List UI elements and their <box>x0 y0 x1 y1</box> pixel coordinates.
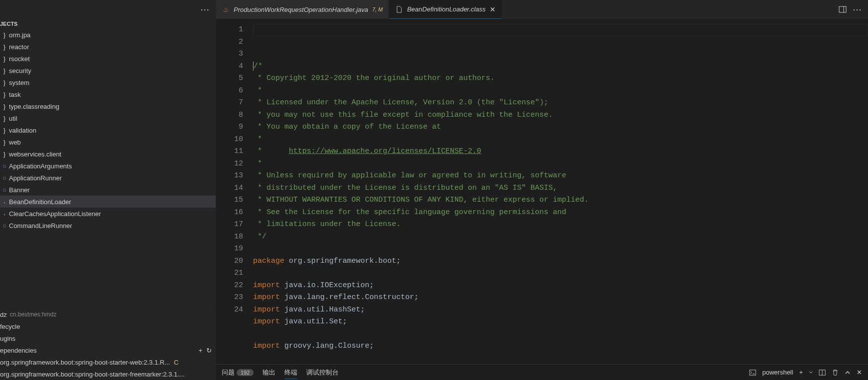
panel-debug-console[interactable]: 调试控制台 <box>306 368 339 377</box>
terminal-dropdown-icon[interactable] <box>809 371 813 375</box>
file-icon <box>395 5 403 13</box>
dependency-item[interactable]: org.springframework.boot:spring-boot-sta… <box>0 356 216 368</box>
code-line-11[interactable]: * distributed under the License is distr… <box>253 182 868 195</box>
lower-panel: dzcn.bestmes:hmdzfecycleuginsependencies… <box>0 308 216 380</box>
status-bar: 问题192 输出 终端 调试控制台 powershell + ✕ <box>216 364 868 380</box>
code-area[interactable]: /* * Copyright 2012-2020 the original au… <box>253 19 868 364</box>
tree-item-label: system <box>9 79 29 86</box>
code-line-3[interactable]: * <box>253 85 868 97</box>
code-editor[interactable]: 123456789101112131415161718192021222324 … <box>216 19 868 364</box>
sidebar-header: ⋯ <box>0 0 216 19</box>
tree-item-label: ApplicationArguments <box>9 162 72 170</box>
code-line-13[interactable]: * See the License for the specific langu… <box>253 207 868 219</box>
lower-item[interactable]: ugins <box>0 332 216 344</box>
tab-badge: 7, M <box>372 6 383 12</box>
split-terminal-icon[interactable] <box>819 369 826 376</box>
tree-item-label: BeanDefinitionLoader <box>9 198 71 206</box>
code-line-16[interactable] <box>253 243 868 255</box>
tree-item-label: webservices.client <box>9 151 62 158</box>
refresh-icon[interactable]: ↻ <box>206 347 212 354</box>
close-panel-icon[interactable]: ✕ <box>857 369 862 376</box>
lower-item[interactable]: dzcn.bestmes:hmdz <box>0 308 216 320</box>
tab-bar: ♨ProductionWorkRequestOperationHandler.j… <box>216 0 868 19</box>
tree-item-type-classreading[interactable]: }type.classreading <box>0 100 216 112</box>
add-icon[interactable]: + <box>198 347 202 354</box>
current-line-highlight <box>253 24 868 36</box>
tree-item-validation[interactable]: }validation <box>0 124 216 136</box>
tree-item-ApplicationRunner[interactable]: ○ApplicationRunner <box>0 172 216 184</box>
tree-item-Banner[interactable]: ○Banner <box>0 184 216 196</box>
panel-output[interactable]: 输出 <box>262 368 275 377</box>
tree-item-task[interactable]: }task <box>0 88 216 100</box>
tab-BeanDefinitionLoader.class[interactable]: BeanDefinitionLoader.class✕ <box>389 0 502 19</box>
code-line-4[interactable]: * Licensed under the Apache License, Ver… <box>253 97 868 109</box>
tree-item-security[interactable]: }security <box>0 65 216 76</box>
tree-item-reactor[interactable]: }reactor <box>0 41 216 53</box>
code-line-12[interactable]: * WITHOUT WARRANTIES OR CONDITIONS OF AN… <box>253 194 868 207</box>
tree-item-ClearCachesApplicationListener[interactable]: ⬪ClearCachesApplicationListener <box>0 208 216 220</box>
code-line-23[interactable] <box>253 328 868 341</box>
tree-item-system[interactable]: }system <box>0 76 216 88</box>
code-line-5[interactable]: * you may not use this file except in co… <box>253 109 868 122</box>
tree-item-label: task <box>9 91 21 98</box>
tree-item-util[interactable]: }util <box>0 112 216 124</box>
tree-item-label: rsocket <box>9 55 30 63</box>
panel-terminal[interactable]: 终端 <box>284 368 297 379</box>
code-line-19[interactable]: import java.io.IOException; <box>253 280 868 292</box>
code-line-20[interactable]: import java.lang.reflect.Constructor; <box>253 292 868 304</box>
tree-item-label: Banner <box>9 186 30 194</box>
tree-item-label: security <box>9 67 31 75</box>
new-terminal-icon[interactable]: + <box>799 369 803 376</box>
tab-ProductionWorkRequestOperationHandler.java[interactable]: ♨ProductionWorkRequestOperationHandler.j… <box>216 0 389 19</box>
code-line-2[interactable]: * Copyright 2012-2020 the original autho… <box>253 73 868 85</box>
more-icon[interactable]: ⋯ <box>200 4 210 15</box>
code-line-17[interactable]: package org.springframework.boot; <box>253 255 868 268</box>
java-icon: ♨ <box>222 5 230 13</box>
tree-item-label: web <box>9 139 21 146</box>
tree-item-label: type.classreading <box>9 103 59 110</box>
panel-problems[interactable]: 问题192 <box>222 368 254 377</box>
tree-item-label: util <box>9 115 17 122</box>
code-line-8[interactable]: * https://www.apache.org/licenses/LICENS… <box>253 146 868 158</box>
dependencies-header[interactable]: ependencies+↻ <box>0 344 216 356</box>
tree-item-label: validation <box>9 127 36 134</box>
tree-item-BeanDefinitionLoader[interactable]: ⬪BeanDefinitionLoader <box>0 196 216 208</box>
tree-item-CommandLineRunner[interactable]: ○CommandLineRunner <box>0 220 216 231</box>
tree-item-ApplicationArguments[interactable]: ○ApplicationArguments <box>0 160 216 172</box>
tree-item-label: orm.jpa <box>9 31 30 39</box>
tree-item-label: ClearCachesApplicationListener <box>9 210 101 218</box>
code-line-18[interactable] <box>253 267 868 280</box>
code-line-7[interactable]: * <box>253 134 868 146</box>
code-line-10[interactable]: * Unless required by applicable law or a… <box>253 170 868 182</box>
code-line-9[interactable]: * <box>253 158 868 170</box>
tab-label: BeanDefinitionLoader.class <box>407 5 486 13</box>
tree-item-webservices-client[interactable]: }webservices.client <box>0 148 216 160</box>
tree-item-label: reactor <box>9 43 29 51</box>
code-line-1[interactable]: /* <box>253 61 868 73</box>
main-area: ♨ProductionWorkRequestOperationHandler.j… <box>216 0 868 380</box>
line-gutter: 123456789101112131415161718192021222324 <box>216 19 253 364</box>
shell-name[interactable]: powershell <box>762 369 793 376</box>
code-line-24[interactable]: import groovy.lang.Closure; <box>253 340 868 353</box>
more-icon[interactable]: ⋯ <box>853 4 862 15</box>
terminal-icon[interactable] <box>749 369 756 376</box>
svg-rect-2 <box>750 370 756 375</box>
code-line-15[interactable]: */ <box>253 231 868 243</box>
tree-item-rsocket[interactable]: }rsocket <box>0 53 216 65</box>
svg-rect-0 <box>839 6 846 12</box>
tree-item-orm-jpa[interactable]: }orm.jpa <box>0 29 216 41</box>
file-tree: }orm.jpa}reactor}rsocket}security}system… <box>0 29 216 308</box>
dependency-item[interactable]: org.springframework.boot:spring-boot-sta… <box>0 368 216 380</box>
code-line-14[interactable]: * limitations under the License. <box>253 219 868 231</box>
tree-item-web[interactable]: }web <box>0 136 216 148</box>
trash-icon[interactable] <box>832 369 839 376</box>
close-icon[interactable]: ✕ <box>490 5 496 13</box>
code-line-6[interactable]: * You may obtain a copy of the License a… <box>253 121 868 134</box>
problems-badge: 192 <box>237 369 254 376</box>
code-line-21[interactable]: import java.util.HashSet; <box>253 304 868 316</box>
sidebar: ⋯ JECTS }orm.jpa}reactor}rsocket}securit… <box>0 0 216 380</box>
split-editor-icon[interactable] <box>839 5 847 13</box>
code-line-22[interactable]: import java.util.Set; <box>253 316 868 328</box>
chevron-up-icon[interactable] <box>845 370 851 376</box>
lower-item[interactable]: fecycle <box>0 320 216 332</box>
